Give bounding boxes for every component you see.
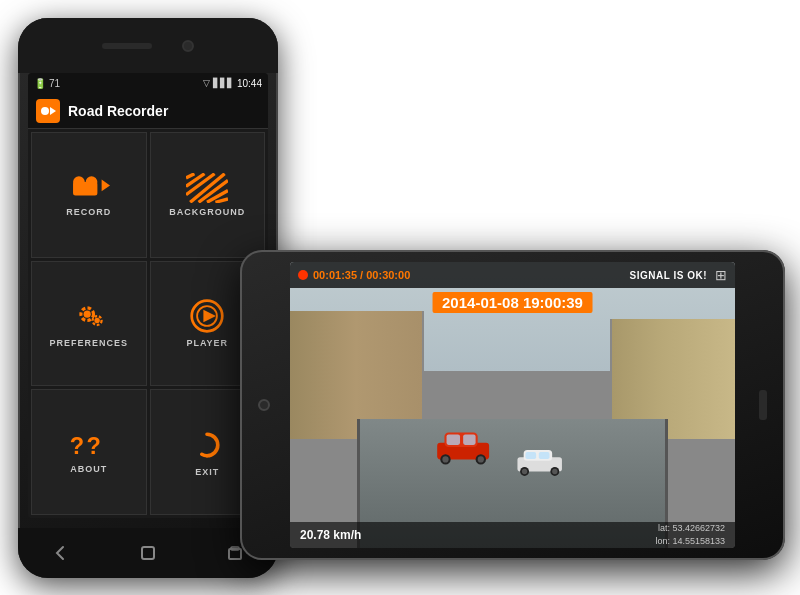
dashcam-bottombar: 20.78 km/h lat: 53.42662732 lon: 14.5515… (290, 522, 735, 548)
phone-back: 🔋 71 ▽ ▋▋▋ 10:44 Road Recorder (18, 18, 278, 578)
recording-dot (298, 270, 308, 280)
elapsed-value: 00:01:35 (313, 269, 357, 281)
svg-line-13 (216, 199, 229, 202)
phone-front: 00:01:35 / 00:30:00 SIGNAL IS OK! ⊞ 2014… (240, 250, 785, 560)
home-button[interactable] (134, 539, 162, 567)
svg-point-14 (83, 311, 90, 318)
menu-cell-about[interactable]: ? ? ABOUT (31, 389, 147, 515)
datetime-value: 2014-01-08 19:00:39 (442, 294, 583, 311)
status-bar-left: 🔋 71 (34, 78, 60, 89)
lon-line: lon: 14.55158133 (655, 535, 725, 548)
player-icon (189, 298, 225, 334)
car-white (513, 439, 566, 479)
svg-marker-5 (101, 179, 109, 191)
front-phone-speaker (759, 390, 767, 420)
phone-top-bezel (18, 18, 278, 73)
rec-section: 00:01:35 / 00:30:00 (298, 269, 410, 281)
dashcam-screen: 00:01:35 / 00:30:00 SIGNAL IS OK! ⊞ 2014… (290, 262, 735, 548)
svg-line-7 (186, 174, 194, 178)
signal-icon: ▋▋▋ (213, 78, 234, 88)
svg-rect-4 (73, 182, 97, 195)
player-label: PLAYER (186, 338, 228, 348)
battery-value: 71 (49, 78, 60, 89)
front-camera (182, 40, 194, 52)
gps-coordinates: lat: 53.42662732 lon: 14.55158133 (655, 522, 725, 547)
exit-icon (189, 427, 225, 463)
back-button[interactable] (47, 539, 75, 567)
background-icon (186, 173, 228, 203)
wifi-icon: ▽ (203, 78, 210, 88)
about-label: ABOUT (70, 464, 107, 474)
svg-text:?: ? (86, 433, 100, 459)
record-icon (68, 173, 110, 203)
app-titlebar: Road Recorder (28, 93, 268, 129)
lon-value: 14.55158133 (672, 536, 725, 546)
svg-point-31 (443, 456, 449, 462)
elapsed-time: 00:01:35 / 00:30:00 (313, 269, 410, 281)
svg-text:?: ? (69, 433, 83, 459)
svg-point-41 (552, 469, 557, 474)
scene: 🔋 71 ▽ ▋▋▋ 10:44 Road Recorder (0, 0, 800, 595)
signal-status: SIGNAL IS OK! (630, 270, 707, 281)
svg-point-33 (478, 456, 484, 462)
dashcam-topbar: 00:01:35 / 00:30:00 SIGNAL IS OK! ⊞ (290, 262, 735, 288)
lon-label: lon: (655, 536, 670, 546)
preferences-label: PREFERENCES (49, 338, 128, 348)
record-label: RECORD (66, 207, 111, 217)
settings-icon[interactable]: ⊞ (715, 267, 727, 283)
car-red (432, 422, 494, 468)
svg-point-0 (41, 107, 49, 115)
status-bar-right: ▽ ▋▋▋ 10:44 (203, 78, 262, 89)
svg-rect-28 (447, 435, 460, 445)
status-bar: 🔋 71 ▽ ▋▋▋ 10:44 (28, 73, 268, 93)
lat-value: 53.42662732 (672, 523, 725, 533)
total-value: 00:30:00 (366, 269, 410, 281)
menu-cell-record[interactable]: RECORD (31, 132, 147, 258)
time-display: 10:44 (237, 78, 262, 89)
dashcam-view: 00:01:35 / 00:30:00 SIGNAL IS OK! ⊞ 2014… (290, 262, 735, 548)
menu-cell-background[interactable]: BACKGROUND (150, 132, 266, 258)
svg-rect-23 (142, 547, 154, 559)
lat-line: lat: 53.42662732 (655, 522, 725, 535)
svg-point-39 (521, 469, 526, 474)
battery-icon: 🔋 (34, 78, 46, 89)
menu-grid: RECORD (28, 129, 268, 518)
signal-section: SIGNAL IS OK! ⊞ (630, 267, 727, 283)
svg-point-16 (94, 318, 99, 323)
svg-marker-1 (50, 107, 56, 115)
bottom-nav (18, 528, 278, 578)
app-icon (36, 99, 60, 123)
speed-display: 20.78 km/h (300, 528, 361, 542)
phone-back-screen: 🔋 71 ▽ ▋▋▋ 10:44 Road Recorder (28, 73, 268, 518)
phone-speaker (102, 43, 152, 49)
preferences-icon (71, 298, 107, 334)
app-title-text: Road Recorder (68, 103, 168, 119)
svg-rect-36 (525, 452, 536, 459)
svg-rect-37 (538, 452, 549, 459)
svg-rect-29 (464, 435, 476, 445)
front-phone-camera (258, 399, 270, 411)
exit-label: EXIT (195, 467, 219, 477)
svg-marker-20 (204, 310, 217, 323)
background-label: BACKGROUND (169, 207, 245, 217)
menu-cell-preferences[interactable]: PREFERENCES (31, 261, 147, 387)
lat-label: lat: (658, 523, 670, 533)
about-icon: ? ? (68, 430, 110, 460)
datetime-overlay: 2014-01-08 19:00:39 (432, 292, 593, 313)
